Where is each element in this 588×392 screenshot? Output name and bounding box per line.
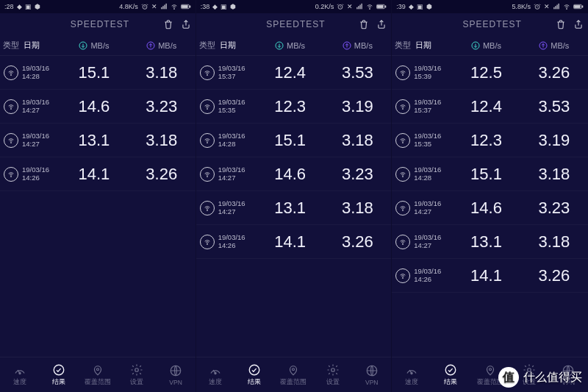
col-upload-unit: MB/s — [158, 41, 176, 50]
nav-vpn[interactable]: VPN — [352, 364, 391, 386]
connection-type — [0, 133, 22, 148]
svg-point-72 — [528, 368, 531, 371]
shield-icon: ⬢ — [426, 3, 432, 10]
share-button[interactable] — [181, 19, 191, 29]
download-value: 14.1 — [452, 266, 520, 285]
wifi-icon — [395, 167, 410, 182]
result-row[interactable]: 19/03/1614:28 15.1 3.18 — [0, 56, 196, 90]
wifi-icon — [4, 133, 18, 148]
nav-speed[interactable]: 速度 — [0, 363, 39, 387]
nav-results[interactable]: 结果 — [39, 363, 78, 387]
alarm-icon — [141, 3, 148, 10]
svg-point-5 — [173, 9, 174, 10]
download-icon — [79, 41, 87, 50]
result-row[interactable]: 19/03/1615:35 12.3 3.19 — [196, 90, 392, 124]
wifi-icon — [395, 235, 410, 249]
wifi-icon — [395, 268, 410, 283]
result-row[interactable]: 19/03/1614:28 15.1 3.18 — [392, 157, 588, 191]
result-row[interactable]: 19/03/1615:39 12.5 3.26 — [392, 56, 588, 90]
result-row[interactable]: 19/03/1614:27 14.6 3.23 — [196, 157, 392, 191]
result-datetime: 19/03/1614:26 — [22, 166, 60, 182]
speedtest-screen: :38 ◆ ▣ ⬢ 0.2K/s ✕ SPEEDTEST 类型 日期 MB/s — [196, 0, 392, 392]
app-header: SPEEDTEST — [392, 13, 588, 35]
nav-settings[interactable]: 设置 — [509, 363, 548, 387]
svg-rect-3 — [164, 5, 165, 10]
svg-rect-31 — [378, 5, 384, 7]
delete-button[interactable] — [556, 19, 566, 29]
result-row[interactable]: 19/03/1614:27 13.1 3.18 — [392, 225, 588, 259]
wifi-icon — [200, 235, 215, 249]
connection-type — [0, 167, 22, 182]
wifi-icon — [200, 201, 215, 215]
nav-vpn[interactable]: VPN — [157, 364, 196, 386]
result-datetime: 19/03/1614:28 — [414, 166, 452, 182]
nav-speed[interactable]: 速度 — [196, 363, 235, 387]
connection-type — [392, 99, 414, 114]
result-datetime: 19/03/1614:27 — [22, 132, 60, 149]
app-title: SPEEDTEST — [462, 19, 521, 29]
connection-type — [0, 65, 22, 80]
result-row[interactable]: 19/03/1614:26 14.1 3.26 — [196, 225, 392, 259]
download-icon — [471, 41, 480, 50]
nav-label: 速度 — [13, 378, 26, 387]
upload-value: 3.18 — [520, 232, 588, 252]
nav-results[interactable]: 结果 — [431, 363, 470, 387]
svg-rect-4 — [165, 4, 166, 9]
col-type-label: 类型 — [0, 40, 22, 51]
svg-point-63 — [403, 142, 404, 143]
result-datetime: 19/03/1614:27 — [414, 200, 452, 216]
svg-rect-25 — [359, 6, 359, 9]
alarm-icon — [337, 3, 344, 10]
nav-results[interactable]: 结果 — [235, 363, 274, 387]
result-row[interactable]: 19/03/1615:35 12.3 3.19 — [392, 124, 588, 157]
result-row[interactable]: 19/03/1614:27 14.6 3.23 — [0, 90, 196, 124]
nav-label: 覆盖范围 — [280, 378, 306, 387]
result-row[interactable]: 19/03/1614:27 14.6 3.23 — [392, 191, 588, 225]
svg-point-46 — [331, 368, 334, 371]
svg-rect-2 — [162, 6, 163, 9]
share-button[interactable] — [376, 19, 387, 29]
delete-button[interactable] — [163, 19, 173, 29]
nav-coverage[interactable]: 覆盖范围 — [78, 363, 117, 387]
results-list: 19/03/1614:28 15.1 3.18 19/03/1614:27 14… — [0, 56, 196, 357]
nav-label: 设置 — [326, 378, 340, 387]
delete-button[interactable] — [359, 19, 369, 29]
result-row[interactable]: 19/03/1615:37 12.4 3.53 — [392, 90, 588, 124]
col-date-label: 日期 — [218, 40, 257, 51]
nav-vpn[interactable]: VPN — [549, 364, 588, 386]
result-row[interactable]: 19/03/1615:37 12.4 3.53 — [196, 56, 392, 90]
connection-type — [196, 201, 218, 215]
nav-settings[interactable]: 设置 — [313, 363, 352, 387]
download-value: 15.1 — [257, 131, 324, 150]
share-button[interactable] — [573, 19, 584, 29]
svg-point-67 — [403, 277, 404, 278]
wifi-icon — [4, 99, 18, 114]
result-row[interactable]: 19/03/1614:26 14.1 3.26 — [0, 157, 196, 191]
column-header: 类型 日期 MB/s MB/s — [0, 35, 196, 56]
download-value: 12.3 — [452, 131, 520, 150]
result-row[interactable]: 19/03/1614:27 13.1 3.18 — [0, 124, 196, 157]
svg-point-16 — [11, 176, 12, 177]
nav-settings[interactable]: 设置 — [117, 363, 156, 387]
svg-point-21 — [135, 368, 139, 371]
download-value: 12.4 — [452, 97, 520, 116]
svg-point-62 — [403, 108, 404, 109]
connection-type — [392, 133, 414, 148]
download-icon — [275, 41, 284, 50]
result-row[interactable]: 19/03/1614:26 14.1 3.26 — [392, 259, 588, 293]
download-value: 13.1 — [257, 199, 324, 218]
status-time: :39 — [396, 3, 406, 10]
svg-rect-1 — [161, 7, 162, 9]
status-netspeed: 0.2K/s — [315, 3, 334, 10]
result-row[interactable]: 19/03/1614:28 15.1 3.18 — [196, 124, 392, 157]
svg-point-66 — [403, 243, 404, 244]
nav-speed[interactable]: 速度 — [392, 363, 431, 387]
nav-coverage[interactable]: 覆盖范围 — [274, 363, 313, 387]
bottom-nav: 速度 结果 覆盖范围 设置 VPN — [392, 357, 588, 392]
nav-coverage[interactable]: 覆盖范围 — [470, 363, 509, 387]
result-row[interactable]: 19/03/1614:27 13.1 3.18 — [196, 191, 392, 225]
results-list: 19/03/1615:37 12.4 3.53 19/03/1615:35 12… — [196, 56, 392, 357]
result-datetime: 19/03/1615:35 — [218, 99, 257, 115]
result-datetime: 19/03/1614:27 — [218, 166, 257, 182]
connection-type — [392, 167, 414, 182]
